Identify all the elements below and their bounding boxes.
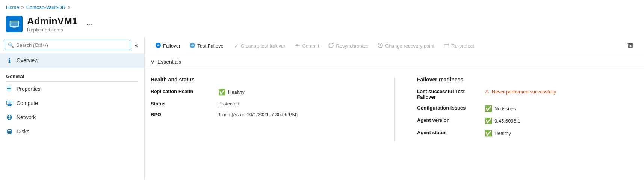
reprotect-icon: [443, 42, 449, 50]
sidebar-item-network[interactable]: Network: [0, 110, 144, 124]
toolbar: Failover Test Failover ✓ Cleanup test fa…: [145, 37, 644, 55]
search-area: 🔍 «: [0, 37, 144, 53]
svg-rect-2: [13, 27, 16, 28]
network-icon: [6, 114, 13, 121]
general-section-label: General: [0, 68, 144, 81]
delete-button[interactable]: [623, 40, 638, 52]
properties-icon: [6, 86, 13, 92]
change-rp-icon: [377, 42, 383, 50]
page-header: AdminVM1 Replicated items ···: [0, 12, 644, 37]
svg-rect-4: [7, 87, 12, 87]
breadcrumb-home[interactable]: Home: [6, 4, 19, 10]
failover-readiness-col: Failover readiness Last successful Test …: [417, 76, 638, 142]
disks-icon: [6, 128, 13, 135]
commit-button[interactable]: Commit: [290, 40, 324, 52]
failover-label: Failover: [163, 43, 180, 49]
essentials-header[interactable]: ∨ Essentials: [145, 55, 644, 69]
change-rp-label: Change recovery point: [385, 43, 434, 49]
sidebar-item-compute[interactable]: Compute: [0, 96, 144, 110]
config-issues-value: ✅ No issues: [485, 105, 516, 112]
status-value: Protected: [218, 101, 239, 106]
svg-rect-6: [7, 90, 11, 90]
sidebar-item-disks[interactable]: Disks: [0, 124, 144, 139]
breadcrumb-sep-1: >: [21, 5, 24, 10]
failover-icon: [155, 42, 161, 50]
warning-icon: ⚠: [485, 88, 490, 94]
last-test-value: ⚠ Never performed successfully: [485, 88, 556, 94]
essentials-title: Essentials: [157, 59, 181, 65]
info-icon: ℹ: [6, 57, 13, 64]
more-options-button[interactable]: ···: [83, 19, 95, 30]
agent-version-icon: ✅: [485, 117, 492, 124]
delete-icon: [627, 42, 633, 50]
search-input[interactable]: [16, 42, 127, 48]
commit-icon: [294, 42, 300, 50]
svg-rect-8: [8, 102, 11, 104]
content-area: Failover Test Failover ✓ Cleanup test fa…: [145, 37, 644, 180]
config-issues-row: Configuration issues ✅ No issues: [417, 105, 638, 112]
test-failover-label: Test Failover: [197, 43, 225, 49]
agent-status-value: ✅ Healthy: [485, 130, 511, 137]
page-title: AdminVM1: [27, 15, 77, 27]
sidebar-network-label: Network: [17, 114, 36, 120]
failover-button[interactable]: Failover: [151, 40, 185, 52]
health-title: Health and status: [151, 76, 372, 82]
status-label: Status: [151, 101, 218, 106]
sidebar-item-properties[interactable]: Properties: [0, 82, 144, 96]
replication-health-row: Replication Health ✅ Healthy: [151, 88, 372, 96]
rpo-value: 1 min [As on 10/1/2021, 7:35:56 PM]: [218, 112, 298, 117]
cleanup-button[interactable]: ✓ Cleanup test failover: [230, 40, 290, 52]
sidebar-properties-label: Properties: [17, 86, 41, 92]
healthy-icon: ✅: [218, 88, 226, 96]
agent-version-value: ✅ 9.45.6096.1: [485, 117, 520, 124]
resync-label: Resynchronize: [336, 43, 368, 49]
svg-rect-10: [8, 105, 11, 106]
collapse-button[interactable]: «: [133, 40, 140, 50]
sidebar-disks-label: Disks: [17, 129, 29, 135]
cleanup-label: Cleanup test failover: [241, 43, 286, 49]
health-status-col: Health and status Replication Health ✅ H…: [151, 76, 372, 142]
svg-rect-9: [8, 105, 11, 105]
rpo-row: RPO 1 min [As on 10/1/2021, 7:35:56 PM]: [151, 112, 372, 117]
replication-health-label: Replication Health: [151, 88, 218, 94]
svg-point-14: [7, 130, 12, 132]
agent-version-label: Agent version: [417, 117, 485, 123]
last-test-label: Last successful Test Failover: [417, 88, 485, 100]
agent-status-label: Agent status: [417, 130, 485, 135]
cleanup-icon: ✓: [234, 43, 239, 50]
breadcrumb-vault[interactable]: Contoso-Vault-DR: [26, 4, 66, 10]
search-icon: 🔍: [8, 42, 14, 48]
failover-title: Failover readiness: [417, 76, 638, 82]
svg-point-17: [296, 44, 298, 46]
resync-button[interactable]: Resynchronize: [324, 40, 373, 52]
resync-icon: [328, 42, 334, 50]
svg-rect-5: [7, 88, 11, 89]
search-box: 🔍: [5, 40, 130, 50]
essentials-body: Health and status Replication Health ✅ H…: [145, 69, 644, 150]
svg-rect-1: [11, 21, 18, 26]
svg-rect-3: [12, 28, 17, 28]
agent-version-row: Agent version ✅ 9.45.6096.1: [417, 117, 638, 124]
page-title-area: AdminVM1 Replicated items: [27, 15, 77, 33]
config-issues-label: Configuration issues: [417, 105, 485, 111]
agent-status-icon: ✅: [485, 130, 492, 137]
change-rp-button[interactable]: Change recovery point: [373, 40, 439, 52]
rpo-label: RPO: [151, 112, 218, 117]
commit-label: Commit: [302, 43, 319, 49]
no-issues-icon: ✅: [485, 105, 492, 112]
sidebar-compute-label: Compute: [17, 100, 38, 106]
svg-rect-21: [629, 44, 632, 48]
last-test-link[interactable]: Never performed successfully: [492, 89, 556, 94]
sidebar-overview-label: Overview: [17, 57, 38, 63]
sidebar: 🔍 « ℹ Overview General Properties: [0, 37, 145, 180]
sidebar-item-overview[interactable]: ℹ Overview: [0, 53, 144, 68]
reprotect-label: Re-protect: [451, 43, 474, 49]
main-layout: 🔍 « ℹ Overview General Properties: [0, 37, 644, 180]
reprotect-button[interactable]: Re-protect: [439, 40, 479, 52]
last-test-row: Last successful Test Failover ⚠ Never pe…: [417, 88, 638, 100]
breadcrumb-sep-2: >: [68, 5, 70, 10]
test-failover-button[interactable]: Test Failover: [185, 40, 230, 52]
vm-icon: [6, 16, 23, 32]
status-row: Status Protected: [151, 101, 372, 106]
agent-status-row: Agent status ✅ Healthy: [417, 130, 638, 137]
